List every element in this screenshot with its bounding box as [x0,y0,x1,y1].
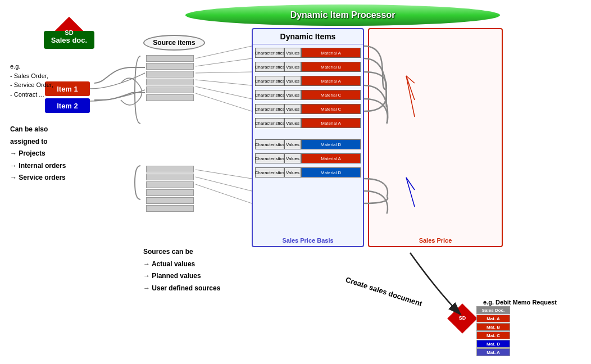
di-row-2: Characteristics Values Material B [255,61,361,72]
sales-price-basis-label: Sales Price Basis [253,237,363,244]
source-row [146,94,194,101]
di-char: Characteristics [255,90,284,100]
source-row [146,205,194,212]
source-row [146,63,194,70]
stack-item-mata2: Mat. A [476,348,510,356]
di-mat: Material A [301,48,361,58]
svg-line-3 [196,80,252,85]
eg-text-content: e.g.- Sales Order,- Service Order,- Cont… [10,63,53,98]
eg-text: e.g.- Sales Order,- Service Order,- Cont… [10,62,53,99]
source-row [146,87,194,93]
source-rows-group2 [146,166,197,213]
dynamic-items-title: Dynamic Items [253,29,363,44]
sd-diamond-text: SD [65,29,73,36]
source-row [146,181,194,188]
svg-line-0 [196,46,252,58]
di-char: Characteristics [255,104,284,114]
di-mat: Material D [301,167,361,178]
di-val: Values [284,153,301,163]
di-mat: Material A [301,76,361,86]
sources-text: Sources can be→ Actual values→ Planned v… [143,246,220,294]
di-mat: Material A [301,118,361,128]
source-rows-group1 [146,55,197,102]
svg-line-6 [196,170,252,179]
di-val: Values [284,104,301,114]
dip-label: Dynamic Item Processor [290,10,395,20]
source-row [146,197,194,204]
can-be-content: Can be alsoassigned to→ Projects→ Intern… [10,125,66,181]
stack-item-matc: Mat. C [476,331,510,339]
source-row [146,55,194,62]
di-row-3: Characteristics Values Material A [255,75,361,87]
item1-label: Item 1 [57,85,78,93]
di-char: Characteristics [255,62,284,72]
di-row-7: Characteristics Values Material D [255,139,361,150]
svg-line-2 [196,72,252,73]
di-char: Characteristics [255,153,284,163]
di-val: Values [284,62,301,72]
di-val: Values [284,90,301,100]
di-val: Values [284,118,301,128]
di-row-5: Characteristics Values Material C [255,103,361,115]
bottom-stacked: Sales Doc. Mat. A Mat. B Mat. C Mat. D M… [476,306,510,357]
can-be-text: Can be alsoassigned to→ Projects→ Intern… [10,124,66,184]
sales-price-label: Sales Price [369,237,502,244]
di-val: Values [284,139,301,149]
svg-line-4 [196,87,252,99]
di-mat: Material D [301,139,361,149]
di-mat: Material B [301,62,361,72]
stack-item-mata: Mat. A [476,315,510,322]
stack-item-salesdoc: Sales Doc. [476,306,510,314]
di-val: Values [284,167,301,178]
di-mat: Material A [301,153,361,163]
create-sales-content: Create sales document [344,275,423,308]
source-row [146,71,194,78]
svg-line-5 [196,93,252,111]
eg-debit-content: e.g. Debit Memo Request [483,299,557,306]
di-val: Values [284,76,301,86]
di-val: Values [284,48,301,58]
sources-content: Sources can be→ Actual values→ Planned v… [143,248,220,292]
di-mat: Material C [301,104,361,114]
di-char: Characteristics [255,139,284,149]
sales-price-box: Head Conditions Sales document items Ite… [368,28,503,247]
svg-line-7 [196,177,252,191]
svg-line-8 [196,184,252,203]
item2-label: Item 2 [57,102,78,110]
di-char: Characteristics [255,118,284,128]
di-char: Characteristics [255,48,284,58]
sales-doc-label: Sales doc. [51,36,87,44]
source-row [146,79,194,85]
stack-item-matb: Mat. B [476,323,510,331]
bottom-sd-text: SD [459,316,466,321]
dip-oval: Dynamic Item Processor [185,4,500,26]
source-items-oval: Source items [143,35,205,51]
di-mat: Material C [301,90,361,100]
di-row-1: Characteristics Values Material A [255,47,361,58]
di-row-9: Characteristics Values Material D [255,167,361,178]
stack-item-matd: Mat. D [476,340,510,348]
item2-box: Item 2 [45,98,90,113]
di-char: Characteristics [255,167,284,178]
source-row [146,189,194,196]
di-row-8: Characteristics Values Material A [255,153,361,164]
di-row-6: Characteristics Values Material A [255,117,361,129]
source-row [146,166,194,172]
source-row [146,174,194,180]
svg-line-1 [196,58,252,66]
di-char: Characteristics [255,76,284,86]
di-row-4: Characteristics Values Material C [255,89,361,101]
source-items-label: Source items [153,39,195,47]
create-sales-text: Create sales document [344,275,423,308]
dynamic-items-box: Dynamic Items Characteristics Values Mat… [252,28,364,247]
diagram-container: Dynamic Item Processor SD Sales doc. Ite… [0,0,591,364]
bottom-sd-diamond: SD [452,308,473,329]
